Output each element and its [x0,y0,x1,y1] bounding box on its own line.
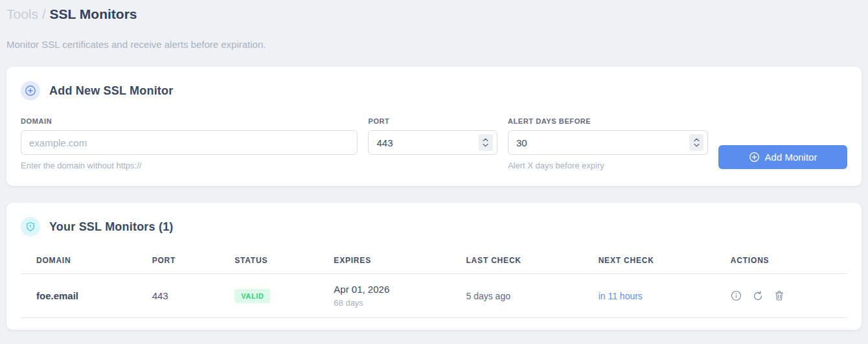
port-label: PORT [368,117,497,125]
breadcrumb-parent[interactable]: Tools [6,6,38,21]
add-monitor-card: Add New SSL Monitor DOMAIN Enter the dom… [6,67,862,186]
ssl-monitors-page: Tools / SSL Monitors Monitor SSL certifi… [0,0,868,330]
monitor-expires-cell: Apr 01, 2026 68 days [318,274,450,318]
monitors-list-card: Your SSL Monitors (1) DOMAIN PORT STATUS… [6,203,862,330]
delete-button[interactable] [774,290,784,301]
page-subtitle: Monitor SSL certificates and receive ale… [6,39,862,50]
breadcrumb-separator: / [42,6,50,21]
monitor-status-cell: VALID [219,274,318,318]
port-field-group: PORT [368,117,497,170]
monitor-actions-cell [715,274,847,318]
breadcrumb: Tools / SSL Monitors [6,0,862,23]
alert-days-label: ALERT DAYS BEFORE [508,117,708,125]
column-header-next-check: NEXT CHECK [583,248,715,274]
alert-days-input[interactable] [508,130,708,155]
monitor-domain: foe.email [21,274,137,318]
monitor-next-check: in 11 hours [583,274,715,318]
expires-days-remaining: 68 days [334,298,450,308]
port-input[interactable] [368,130,497,155]
column-header-expires: EXPIRES [318,248,450,274]
domain-label: DOMAIN [21,117,358,125]
refresh-button[interactable] [753,291,763,301]
port-stepper[interactable] [479,134,493,151]
plus-circle-icon [749,152,760,163]
info-button[interactable] [731,290,742,301]
info-icon [731,290,742,301]
column-header-domain: DOMAIN [21,248,137,274]
add-monitor-header: Add New SSL Monitor [21,81,847,100]
alert-days-hint: Alert X days before expiry [508,161,708,170]
monitors-title: Your SSL Monitors (1) [49,220,174,234]
domain-hint: Enter the domain without https:// [21,161,358,170]
add-monitor-title: Add New SSL Monitor [49,84,173,98]
domain-input[interactable] [21,130,358,155]
refresh-icon [753,291,763,301]
monitors-header: Your SSL Monitors (1) [21,217,847,236]
monitors-table: DOMAIN PORT STATUS EXPIRES LAST CHECK NE… [21,248,847,318]
submit-wrap: Add Monitor [718,117,847,170]
alert-days-stepper[interactable] [689,134,703,151]
column-header-last-check: LAST CHECK [450,248,582,274]
add-monitor-form: DOMAIN Enter the domain without https://… [21,117,847,170]
column-header-port: PORT [137,248,220,274]
column-header-actions: ACTIONS [715,248,847,274]
status-badge: VALID [234,289,270,303]
add-monitor-button[interactable]: Add Monitor [718,145,847,169]
table-row: foe.email 443 VALID Apr 01, 2026 68 days… [21,274,847,318]
page-title: SSL Monitors [50,6,137,21]
monitor-last-check: 5 days ago [450,274,582,318]
expires-date: Apr 01, 2026 [334,284,450,295]
column-header-status: STATUS [219,248,318,274]
trash-icon [774,290,784,301]
add-monitor-button-label: Add Monitor [765,152,817,163]
domain-field-group: DOMAIN Enter the domain without https:// [21,117,358,170]
monitor-port: 443 [137,274,220,318]
shield-icon [21,217,40,236]
plus-circle-icon [21,81,40,100]
table-header-row: DOMAIN PORT STATUS EXPIRES LAST CHECK NE… [21,248,847,274]
alert-days-field-group: ALERT DAYS BEFORE Alert X days before ex… [508,117,708,170]
